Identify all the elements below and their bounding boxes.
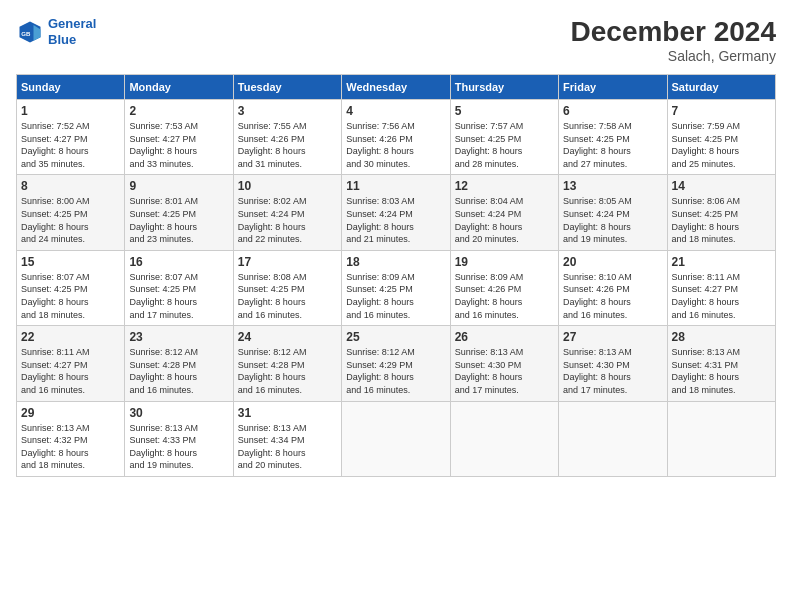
day-number: 22 (21, 330, 120, 344)
logo: GB General Blue (16, 16, 96, 47)
table-row (667, 401, 775, 476)
day-number: 31 (238, 406, 337, 420)
day-number: 28 (672, 330, 771, 344)
col-monday: Monday (125, 75, 233, 100)
day-info: Sunrise: 8:07 AM Sunset: 4:25 PM Dayligh… (129, 271, 228, 321)
table-row: 3Sunrise: 7:55 AM Sunset: 4:26 PM Daylig… (233, 100, 341, 175)
day-info: Sunrise: 8:00 AM Sunset: 4:25 PM Dayligh… (21, 195, 120, 245)
day-number: 18 (346, 255, 445, 269)
table-row: 10Sunrise: 8:02 AM Sunset: 4:24 PM Dayli… (233, 175, 341, 250)
table-row: 11Sunrise: 8:03 AM Sunset: 4:24 PM Dayli… (342, 175, 450, 250)
day-info: Sunrise: 8:01 AM Sunset: 4:25 PM Dayligh… (129, 195, 228, 245)
day-info: Sunrise: 8:03 AM Sunset: 4:24 PM Dayligh… (346, 195, 445, 245)
day-info: Sunrise: 8:04 AM Sunset: 4:24 PM Dayligh… (455, 195, 554, 245)
svg-text:GB: GB (21, 29, 31, 36)
day-number: 2 (129, 104, 228, 118)
day-info: Sunrise: 8:12 AM Sunset: 4:29 PM Dayligh… (346, 346, 445, 396)
day-info: Sunrise: 8:13 AM Sunset: 4:32 PM Dayligh… (21, 422, 120, 472)
day-info: Sunrise: 7:55 AM Sunset: 4:26 PM Dayligh… (238, 120, 337, 170)
col-tuesday: Tuesday (233, 75, 341, 100)
logo-text-line2: Blue (48, 32, 96, 48)
day-info: Sunrise: 8:02 AM Sunset: 4:24 PM Dayligh… (238, 195, 337, 245)
day-number: 14 (672, 179, 771, 193)
day-number: 25 (346, 330, 445, 344)
day-info: Sunrise: 8:12 AM Sunset: 4:28 PM Dayligh… (129, 346, 228, 396)
day-info: Sunrise: 8:11 AM Sunset: 4:27 PM Dayligh… (21, 346, 120, 396)
day-number: 21 (672, 255, 771, 269)
day-info: Sunrise: 8:13 AM Sunset: 4:34 PM Dayligh… (238, 422, 337, 472)
day-number: 15 (21, 255, 120, 269)
table-row: 8Sunrise: 8:00 AM Sunset: 4:25 PM Daylig… (17, 175, 125, 250)
table-row (450, 401, 558, 476)
day-number: 5 (455, 104, 554, 118)
calendar-week-row: 8Sunrise: 8:00 AM Sunset: 4:25 PM Daylig… (17, 175, 776, 250)
table-row: 29Sunrise: 8:13 AM Sunset: 4:32 PM Dayli… (17, 401, 125, 476)
table-row: 28Sunrise: 8:13 AM Sunset: 4:31 PM Dayli… (667, 326, 775, 401)
table-row (559, 401, 667, 476)
table-row: 24Sunrise: 8:12 AM Sunset: 4:28 PM Dayli… (233, 326, 341, 401)
day-number: 29 (21, 406, 120, 420)
title-area: December 2024 Salach, Germany (571, 16, 776, 64)
table-row: 18Sunrise: 8:09 AM Sunset: 4:25 PM Dayli… (342, 250, 450, 325)
table-row: 22Sunrise: 8:11 AM Sunset: 4:27 PM Dayli… (17, 326, 125, 401)
table-row: 16Sunrise: 8:07 AM Sunset: 4:25 PM Dayli… (125, 250, 233, 325)
table-row: 7Sunrise: 7:59 AM Sunset: 4:25 PM Daylig… (667, 100, 775, 175)
day-info: Sunrise: 8:06 AM Sunset: 4:25 PM Dayligh… (672, 195, 771, 245)
day-number: 3 (238, 104, 337, 118)
table-row: 5Sunrise: 7:57 AM Sunset: 4:25 PM Daylig… (450, 100, 558, 175)
page: GB General Blue December 2024 Salach, Ge… (0, 0, 792, 612)
col-sunday: Sunday (17, 75, 125, 100)
calendar-week-row: 22Sunrise: 8:11 AM Sunset: 4:27 PM Dayli… (17, 326, 776, 401)
day-info: Sunrise: 7:52 AM Sunset: 4:27 PM Dayligh… (21, 120, 120, 170)
location: Salach, Germany (571, 48, 776, 64)
day-number: 8 (21, 179, 120, 193)
calendar-week-row: 29Sunrise: 8:13 AM Sunset: 4:32 PM Dayli… (17, 401, 776, 476)
day-number: 13 (563, 179, 662, 193)
table-row: 2Sunrise: 7:53 AM Sunset: 4:27 PM Daylig… (125, 100, 233, 175)
day-info: Sunrise: 8:13 AM Sunset: 4:30 PM Dayligh… (563, 346, 662, 396)
day-number: 16 (129, 255, 228, 269)
calendar-week-row: 15Sunrise: 8:07 AM Sunset: 4:25 PM Dayli… (17, 250, 776, 325)
table-row: 1Sunrise: 7:52 AM Sunset: 4:27 PM Daylig… (17, 100, 125, 175)
table-row: 30Sunrise: 8:13 AM Sunset: 4:33 PM Dayli… (125, 401, 233, 476)
table-row: 17Sunrise: 8:08 AM Sunset: 4:25 PM Dayli… (233, 250, 341, 325)
day-info: Sunrise: 8:13 AM Sunset: 4:30 PM Dayligh… (455, 346, 554, 396)
day-info: Sunrise: 8:09 AM Sunset: 4:26 PM Dayligh… (455, 271, 554, 321)
calendar-header-row: Sunday Monday Tuesday Wednesday Thursday… (17, 75, 776, 100)
table-row: 15Sunrise: 8:07 AM Sunset: 4:25 PM Dayli… (17, 250, 125, 325)
day-info: Sunrise: 8:10 AM Sunset: 4:26 PM Dayligh… (563, 271, 662, 321)
day-number: 7 (672, 104, 771, 118)
day-info: Sunrise: 8:13 AM Sunset: 4:31 PM Dayligh… (672, 346, 771, 396)
table-row (342, 401, 450, 476)
day-number: 9 (129, 179, 228, 193)
day-info: Sunrise: 7:59 AM Sunset: 4:25 PM Dayligh… (672, 120, 771, 170)
day-number: 17 (238, 255, 337, 269)
col-thursday: Thursday (450, 75, 558, 100)
day-info: Sunrise: 7:58 AM Sunset: 4:25 PM Dayligh… (563, 120, 662, 170)
day-number: 6 (563, 104, 662, 118)
table-row: 23Sunrise: 8:12 AM Sunset: 4:28 PM Dayli… (125, 326, 233, 401)
day-info: Sunrise: 8:11 AM Sunset: 4:27 PM Dayligh… (672, 271, 771, 321)
day-info: Sunrise: 7:53 AM Sunset: 4:27 PM Dayligh… (129, 120, 228, 170)
day-number: 10 (238, 179, 337, 193)
day-number: 4 (346, 104, 445, 118)
table-row: 31Sunrise: 8:13 AM Sunset: 4:34 PM Dayli… (233, 401, 341, 476)
day-info: Sunrise: 8:07 AM Sunset: 4:25 PM Dayligh… (21, 271, 120, 321)
table-row: 6Sunrise: 7:58 AM Sunset: 4:25 PM Daylig… (559, 100, 667, 175)
day-info: Sunrise: 8:09 AM Sunset: 4:25 PM Dayligh… (346, 271, 445, 321)
logo-icon: GB (16, 18, 44, 46)
logo-text-line1: General (48, 16, 96, 32)
day-number: 12 (455, 179, 554, 193)
day-number: 24 (238, 330, 337, 344)
table-row: 9Sunrise: 8:01 AM Sunset: 4:25 PM Daylig… (125, 175, 233, 250)
day-number: 27 (563, 330, 662, 344)
day-number: 1 (21, 104, 120, 118)
day-number: 11 (346, 179, 445, 193)
table-row: 26Sunrise: 8:13 AM Sunset: 4:30 PM Dayli… (450, 326, 558, 401)
table-row: 19Sunrise: 8:09 AM Sunset: 4:26 PM Dayli… (450, 250, 558, 325)
table-row: 27Sunrise: 8:13 AM Sunset: 4:30 PM Dayli… (559, 326, 667, 401)
table-row: 20Sunrise: 8:10 AM Sunset: 4:26 PM Dayli… (559, 250, 667, 325)
day-info: Sunrise: 8:13 AM Sunset: 4:33 PM Dayligh… (129, 422, 228, 472)
table-row: 25Sunrise: 8:12 AM Sunset: 4:29 PM Dayli… (342, 326, 450, 401)
day-info: Sunrise: 8:12 AM Sunset: 4:28 PM Dayligh… (238, 346, 337, 396)
